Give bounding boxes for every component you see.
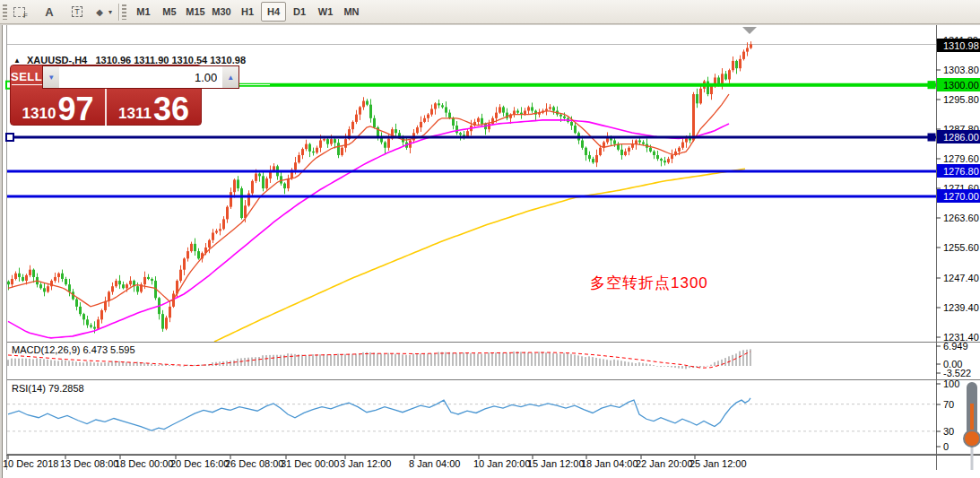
time-tick-label: 26 Dec 08:00: [225, 458, 283, 469]
timeframe-button-mn[interactable]: MN: [339, 2, 364, 22]
time-tick-label: 31 Dec 00:00: [281, 458, 339, 469]
timeframe-button-h4[interactable]: H4: [261, 2, 286, 22]
chart-annotation-text: 多空转折点1300: [590, 273, 708, 293]
time-tick-label: 22 Jan 20:00: [636, 458, 693, 469]
buy-button[interactable]: BUY: [239, 65, 270, 89]
sell-price-big: 97: [57, 95, 93, 124]
timeframe-grip[interactable]: [122, 4, 126, 20]
price-tick-label: 1239.40: [943, 302, 979, 313]
hline-handle-right[interactable]: [928, 134, 935, 141]
price-badge-label: 1276.80: [943, 166, 979, 177]
buy-price-small: 1311: [118, 106, 152, 124]
hline-handle-right[interactable]: [928, 82, 935, 89]
volume-up-button[interactable]: ▲: [222, 66, 238, 88]
time-tick-label: 25 Jan 12:00: [689, 458, 747, 469]
one-click-trading-panel: SELL ▼ ▲ BUY 1310 97 1311 36: [10, 65, 202, 126]
price-tick-label: 1303.80: [943, 65, 979, 75]
time-tick-label: 10 Dec 2018: [3, 458, 58, 469]
time-tick-label: 10 Jan 20:00: [473, 458, 531, 469]
hline-handle-left[interactable]: [6, 134, 13, 141]
timeframe-button-d1[interactable]: D1: [287, 2, 312, 22]
macd-label: MACD(12,26,9) 6.473 5.595: [12, 344, 135, 355]
price-badge-label: 1300.00: [943, 80, 979, 91]
time-tick-label: 20 Dec 16:00: [170, 458, 229, 469]
price-tick-label: 1255.60: [943, 242, 979, 253]
toolbar-separator: [118, 4, 119, 21]
rsi-scale-label: 30: [943, 426, 954, 437]
volume-down-button[interactable]: ▼: [43, 66, 59, 88]
toolbar: F A T ◆ ▾ M1M5M15M30H1H4D1W1MN: [0, 0, 980, 24]
sell-button[interactable]: SELL: [11, 65, 42, 89]
price-badge-label: 1310.98: [943, 40, 979, 51]
time-tick-label: 13 Dec 08:00: [60, 458, 118, 469]
time-tick-label: 8 Jan 04:00: [409, 458, 461, 469]
price-tick-label: 1263.60: [943, 213, 979, 223]
price-badge-label: 1270.00: [943, 191, 979, 202]
timeframe-button-w1[interactable]: W1: [313, 2, 338, 22]
time-tick-label: 18 Jan 04:00: [581, 458, 638, 469]
triangle-marker[interactable]: [742, 27, 757, 34]
frame-f-icon[interactable]: F: [11, 2, 32, 22]
chart-window[interactable]: 1311.801303.801295.801287.801279.601271.…: [2, 25, 980, 478]
price-tick-label: 1247.40: [943, 273, 979, 283]
macd-scale-label: 6.949: [943, 341, 968, 352]
price-tick-label: 1279.60: [943, 153, 979, 164]
price-badge-label: 1286.00: [943, 132, 979, 143]
timeframe-button-m30[interactable]: M30: [209, 2, 234, 22]
toolbar-grip[interactable]: [3, 4, 7, 20]
volume-stepper: ▼ ▲: [42, 65, 239, 89]
mt4-window: F A T ◆ ▾ M1M5M15M30H1H4D1W1MN 1311.8013…: [0, 0, 980, 478]
shapes-caret-icon[interactable]: ▾: [106, 2, 115, 22]
timeframe-button-h1[interactable]: H1: [235, 2, 260, 22]
rsi-scale-label: 100: [943, 378, 959, 389]
collapse-triangle-icon[interactable]: ▲: [13, 56, 21, 65]
time-tick-label: 18 Dec 00:00: [115, 458, 173, 469]
timeframe-button-m5[interactable]: M5: [157, 2, 182, 22]
buy-price-big: 36: [153, 95, 189, 124]
text-label-icon[interactable]: T: [66, 2, 88, 22]
rsi-scale-label: 70: [943, 399, 954, 410]
buy-price[interactable]: 1311 36: [107, 89, 201, 126]
sell-price-small: 1310: [22, 106, 56, 124]
font-a-icon[interactable]: A: [39, 2, 59, 22]
macd-scale-label: -3.522: [943, 368, 971, 378]
price-tick-label: 1295.80: [943, 94, 979, 105]
rsi-label: RSI(14) 79.2858: [12, 383, 84, 394]
time-tick-label: 15 Jan 12:00: [527, 458, 585, 469]
sell-price[interactable]: 1310 97: [11, 89, 107, 126]
timeframe-button-m15[interactable]: M15: [183, 2, 208, 22]
timeframe-button-m1[interactable]: M1: [131, 2, 156, 22]
thermometer-icon[interactable]: [964, 382, 980, 470]
rsi-scale-label: 0: [943, 441, 949, 452]
volume-input[interactable]: [59, 66, 222, 88]
time-tick-label: 3 Jan 12:00: [340, 458, 392, 469]
